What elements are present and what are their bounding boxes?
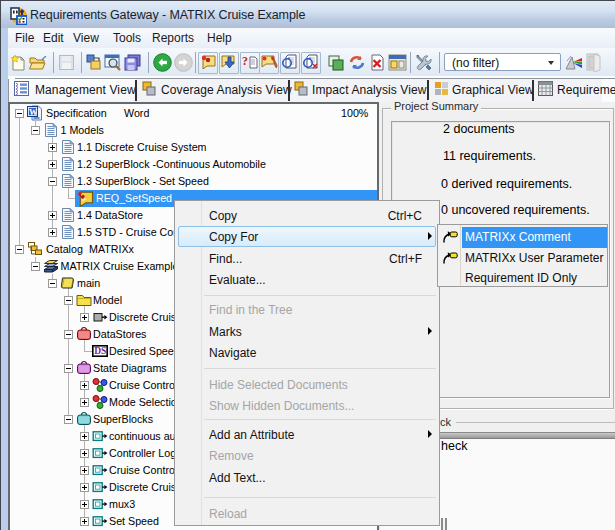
svg-text:?: ? (242, 54, 248, 68)
